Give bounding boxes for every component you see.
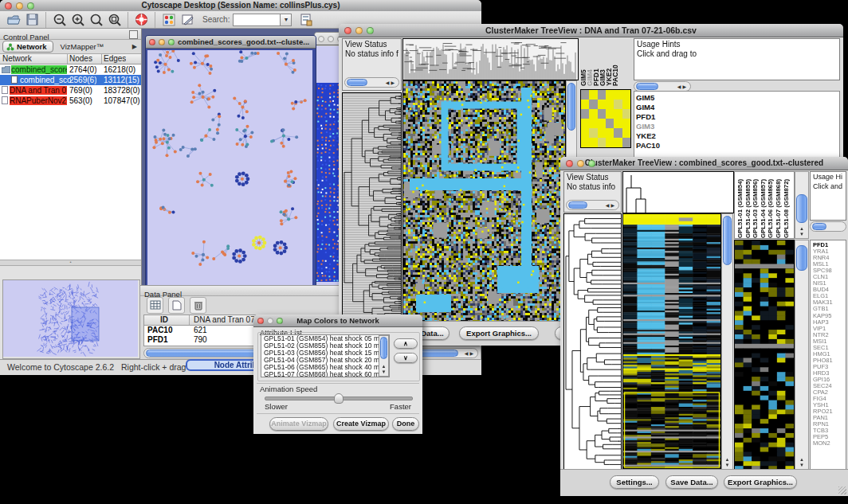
minimize-button[interactable] xyxy=(16,2,23,10)
network-row[interactable]: DNA and Tran 07 769(0) 183728(0) xyxy=(0,85,141,96)
matrix-cell[interactable] xyxy=(622,90,630,100)
col-header-nodes[interactable]: Nodes xyxy=(69,54,92,63)
close-button[interactable] xyxy=(5,2,12,10)
animation-speed-slider[interactable] xyxy=(265,397,413,400)
matrix-cell[interactable] xyxy=(614,100,622,109)
tv2-zoom-heatmap[interactable] xyxy=(734,240,795,470)
main-title-bar[interactable]: Cytoscape Desktop (Session Name: collins… xyxy=(0,0,481,12)
settings-button[interactable]: Settings... xyxy=(610,475,659,489)
column-label[interactable]: GPL51-07 (GSM868) xyxy=(775,174,783,238)
annotation-icon[interactable] xyxy=(179,12,194,27)
search-input[interactable] xyxy=(233,14,281,26)
gene-label[interactable]: GIM3 xyxy=(636,122,839,131)
tv1-row-dendrogram[interactable] xyxy=(342,92,402,325)
matrix-cell[interactable] xyxy=(606,128,614,138)
column-label[interactable]: GPL51-04 (GSM857) xyxy=(760,174,768,238)
resize-grip[interactable] xyxy=(838,486,846,494)
tv2-usage-hscrollbar[interactable] xyxy=(810,221,846,232)
zoom-fit-icon[interactable] xyxy=(107,12,122,27)
column-label[interactable]: GPL51-01 (GSM854) xyxy=(736,174,744,238)
slider-thumb[interactable] xyxy=(334,393,344,404)
matrix-cell[interactable] xyxy=(598,100,606,109)
column-label[interactable]: GPL51-06 (GSM865) xyxy=(767,174,775,238)
zoom-actual-icon[interactable] xyxy=(88,12,104,27)
export-graphics-button[interactable]: Export Graphics... xyxy=(724,475,797,489)
data-col-id[interactable]: ID xyxy=(160,315,168,324)
gene-label[interactable]: MON2 xyxy=(813,440,846,447)
zoom-button[interactable] xyxy=(27,2,34,10)
help-lifering-icon[interactable] xyxy=(134,12,149,27)
matrix-cell[interactable] xyxy=(589,119,597,128)
matrix-cell[interactable] xyxy=(614,109,622,119)
close-button[interactable] xyxy=(318,36,324,42)
move-down-button[interactable]: ∨ xyxy=(394,353,418,363)
done-button[interactable]: Done xyxy=(392,417,419,431)
tv1-status-hscrollbar[interactable]: ◀▶ xyxy=(344,77,399,88)
column-label[interactable]: GPL51-08 (GSM872) xyxy=(783,174,791,238)
save-icon[interactable] xyxy=(25,12,40,27)
tab-overflow-arrow[interactable]: ▶ xyxy=(132,43,137,50)
matrix-cell[interactable] xyxy=(598,138,606,147)
attribute-list-item[interactable]: GPL51-07 (GSM868) heat shock 60 min xyxy=(261,371,389,377)
matrix-cell[interactable] xyxy=(622,128,630,138)
zoom-out-icon[interactable] xyxy=(52,12,67,27)
gene-label[interactable]: PAC10 xyxy=(636,141,839,150)
attribute-listbox[interactable]: GPL51-01 (GSM854) heat shock 05 minGPL51… xyxy=(261,334,390,377)
matrix-cell[interactable] xyxy=(589,128,597,138)
minimize-button[interactable] xyxy=(355,27,363,34)
matrix-cell[interactable] xyxy=(581,138,589,147)
tab-vizmapper[interactable]: VizMapper™ xyxy=(60,42,104,51)
tv2-heatmap[interactable] xyxy=(622,213,721,470)
matrix-cell[interactable] xyxy=(606,90,614,100)
tv1-zoom-heatmap[interactable] xyxy=(580,89,631,148)
matrix-cell[interactable] xyxy=(581,90,589,100)
matrix-cell[interactable] xyxy=(589,90,597,100)
matrix-cell[interactable] xyxy=(606,109,614,119)
move-up-button[interactable]: ∧ xyxy=(394,338,418,349)
matrix-cell[interactable] xyxy=(622,100,630,109)
minimize-button[interactable] xyxy=(159,39,165,45)
column-label[interactable]: PAC10 xyxy=(612,40,618,86)
matrix-cell[interactable] xyxy=(606,119,614,128)
tv2-row-dendrogram[interactable] xyxy=(563,213,622,470)
matrix-cell[interactable] xyxy=(622,138,630,147)
matrix-cell[interactable] xyxy=(614,90,622,100)
vizmapper-icon[interactable] xyxy=(161,12,176,27)
export-graphics-button[interactable]: Export Graphics... xyxy=(459,326,539,340)
matrix-cell[interactable] xyxy=(598,119,606,128)
matrix-cell[interactable] xyxy=(581,109,589,119)
create-vizmap-button[interactable]: Create Vizmap xyxy=(333,417,389,431)
tv2-column-dendrogram[interactable] xyxy=(622,171,734,213)
new-attribute-icon[interactable] xyxy=(168,297,185,314)
minimize-button[interactable] xyxy=(328,36,334,42)
matrix-cell[interactable] xyxy=(581,128,589,138)
data-row-id[interactable]: PFD1 xyxy=(147,335,168,344)
attribute-batch-icon[interactable] xyxy=(298,12,313,27)
matrix-cell[interactable] xyxy=(598,128,606,138)
close-button[interactable] xyxy=(344,27,351,34)
network-view-canvas[interactable] xyxy=(147,50,312,290)
data-row-value[interactable]: 621 xyxy=(194,326,207,334)
zoom-button[interactable] xyxy=(168,39,175,45)
data-row-value[interactable]: 790 xyxy=(194,335,207,344)
col-header-edges[interactable]: Edges xyxy=(104,54,126,63)
matrix-cell[interactable] xyxy=(598,90,606,100)
network-row[interactable]: combined_scores 2764(0) 16218(0) xyxy=(0,64,141,75)
col-header-network[interactable]: Network xyxy=(2,54,32,63)
matrix-cell[interactable] xyxy=(614,119,622,128)
matrix-cell[interactable] xyxy=(589,138,597,147)
network-overview-canvas[interactable] xyxy=(3,280,138,357)
close-button[interactable] xyxy=(257,318,264,324)
tv2-zoom-vscrollbar[interactable]: ▲▼ xyxy=(795,240,809,470)
matrix-cell[interactable] xyxy=(589,109,597,119)
tab-network[interactable]: Network xyxy=(2,41,53,53)
network-row[interactable]: RNAPuberNov2+! 563(0) 107847(0) xyxy=(0,96,141,106)
tv1-column-dendrogram[interactable] xyxy=(402,38,579,80)
network-overview[interactable] xyxy=(2,279,140,359)
column-label[interactable]: GPL51-03 (GSM856) xyxy=(752,174,760,238)
attribute-list-vscrollbar[interactable]: ▲▼ xyxy=(379,335,389,377)
minimize-button[interactable] xyxy=(577,160,584,167)
matrix-cell[interactable] xyxy=(614,128,622,138)
matrix-cell[interactable] xyxy=(589,100,597,109)
select-attributes-icon[interactable] xyxy=(147,297,163,314)
